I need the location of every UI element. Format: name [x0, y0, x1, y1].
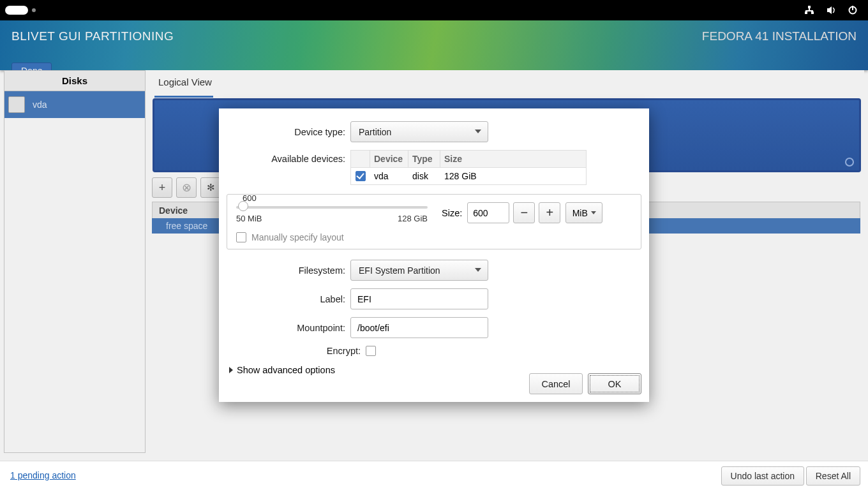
cancel-button[interactable]: Cancel [529, 373, 583, 394]
footer-bar: 1 pending action Undo last action Reset … [0, 461, 868, 490]
workspace-dot [32, 8, 36, 12]
filesystem-combo[interactable]: EFI System Partition [350, 260, 488, 281]
create-partition-dialog: Device type: Partition Available devices… [219, 108, 649, 402]
filesystem-label: Filesystem: [219, 265, 350, 276]
device-row-checkbox[interactable] [355, 171, 366, 181]
manual-layout-checkbox[interactable] [236, 232, 246, 242]
device-type-value: Partition [359, 127, 391, 137]
manual-layout-label: Manually specify layout [251, 232, 344, 242]
slider-max-label: 128 GiB [398, 214, 428, 223]
svg-marker-5 [827, 6, 832, 14]
size-label: Size: [442, 208, 462, 218]
encrypt-label: Encrypt: [219, 346, 366, 356]
network-icon[interactable] [803, 4, 816, 17]
svg-rect-4 [805, 10, 813, 11]
label-input[interactable] [350, 288, 488, 309]
device-type-label: Device type: [219, 127, 350, 137]
col-size: Size [440, 151, 586, 167]
undo-button[interactable]: Undo last action [721, 466, 804, 486]
cell-device: vda [370, 168, 408, 184]
gnome-topbar [0, 0, 868, 20]
advanced-label: Show advanced options [237, 365, 335, 375]
table-row[interactable]: vda disk 128 GiB [350, 168, 587, 185]
mountpoint-label: Mountpoint: [219, 323, 350, 333]
chevron-down-icon [591, 211, 596, 214]
svg-rect-0 [808, 6, 811, 8]
encrypt-checkbox[interactable] [366, 346, 376, 356]
mountpoint-input[interactable] [350, 317, 488, 338]
slider-min-label: 50 MiB [236, 214, 262, 223]
volume-icon[interactable] [825, 4, 837, 17]
size-unit-value: MiB [572, 208, 588, 218]
size-input[interactable] [467, 202, 509, 223]
ok-button[interactable]: OK [588, 373, 641, 394]
reset-button[interactable]: Reset All [806, 466, 860, 486]
size-slider-track[interactable] [236, 206, 428, 209]
svg-rect-1 [805, 11, 807, 14]
size-slider-thumb[interactable] [238, 201, 248, 211]
col-type: Type [408, 151, 440, 167]
cell-type: disk [408, 168, 440, 184]
size-increment-button[interactable]: + [539, 202, 560, 223]
chevron-down-icon [475, 130, 481, 133]
col-device: Device [370, 151, 408, 167]
size-frame: 600 50 MiB 128 GiB Size: − + MiB Manuall… [227, 194, 641, 249]
cell-size: 128 GiB [440, 168, 586, 184]
activities-pill[interactable] [5, 6, 28, 15]
size-unit-combo[interactable]: MiB [565, 202, 602, 223]
pending-actions-link[interactable]: 1 pending action [10, 470, 76, 480]
available-devices-label: Available devices: [219, 150, 350, 164]
svg-rect-2 [811, 11, 814, 14]
filesystem-value: EFI System Partition [359, 265, 440, 276]
size-decrement-button[interactable]: − [513, 202, 535, 223]
triangle-right-icon [229, 367, 233, 373]
label-label: Label: [219, 294, 350, 304]
power-icon[interactable] [846, 4, 859, 17]
chevron-down-icon [475, 268, 481, 272]
device-type-combo[interactable]: Partition [350, 121, 488, 142]
